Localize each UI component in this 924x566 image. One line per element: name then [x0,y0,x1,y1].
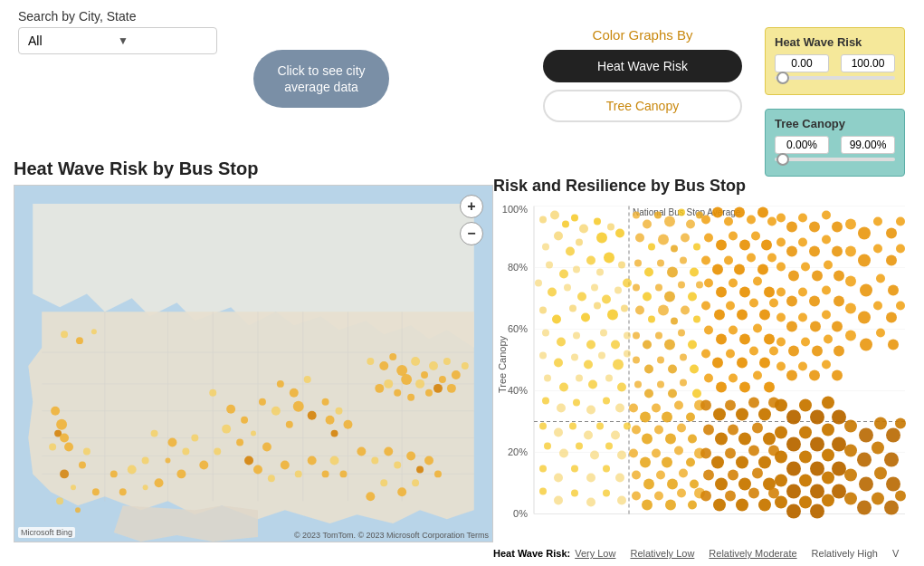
svg-point-305 [729,232,738,241]
svg-point-440 [832,462,846,476]
svg-point-181 [617,383,626,392]
svg-point-355 [703,425,714,436]
zoom-out-button[interactable]: − [460,222,483,245]
svg-point-323 [714,310,725,321]
svg-point-332 [739,334,750,345]
svg-point-100 [271,407,281,416]
svg-point-184 [573,399,580,407]
hw-slider-thumb[interactable] [776,72,789,84]
svg-point-149 [564,284,571,292]
svg-text:Tree Canopy: Tree Canopy [497,335,508,393]
svg-point-436 [786,462,801,476]
tc-slider-track[interactable] [775,158,895,161]
svg-point-407 [798,313,807,322]
svg-point-106 [176,469,186,478]
svg-point-335 [701,350,710,359]
svg-point-350 [725,400,736,411]
svg-point-347 [764,382,775,393]
svg-point-429 [775,427,787,439]
svg-point-249 [678,330,685,337]
svg-point-228 [657,260,664,267]
svg-point-137 [596,233,607,244]
heat-wave-risk-button[interactable]: Heat Wave Risk [543,50,742,82]
svg-point-216 [664,216,675,227]
svg-point-485 [859,477,873,492]
svg-point-325 [737,310,748,321]
svg-text:40%: 40% [508,385,528,396]
svg-point-271 [642,434,653,445]
svg-point-144 [596,269,604,276]
svg-point-94 [330,456,339,465]
svg-point-56 [367,358,374,365]
svg-point-454 [873,217,882,226]
svg-point-311 [724,256,733,265]
svg-point-158 [581,313,590,322]
svg-point-83 [412,479,419,486]
svg-point-409 [822,311,831,320]
svg-point-441 [775,475,787,487]
svg-point-443 [799,475,812,487]
hw-max-input[interactable] [841,54,895,72]
svg-point-270 [632,426,641,435]
svg-point-105 [214,448,221,456]
tc-min-input[interactable] [775,136,829,154]
map-container[interactable]: + − Microsoft Bing © 2023 TomTom. © 2023… [14,185,493,542]
svg-point-327 [759,310,770,321]
svg-point-385 [822,211,831,220]
svg-point-207 [539,488,547,495]
svg-point-234 [655,284,662,292]
svg-point-41 [241,417,248,424]
search-dropdown[interactable]: All ▼ [18,27,217,54]
svg-point-206 [615,474,624,483]
svg-point-52 [326,416,335,425]
svg-point-306 [739,240,750,251]
svg-point-19 [60,469,69,478]
svg-point-437 [799,451,812,464]
hw-min-input[interactable] [775,54,829,72]
svg-point-280 [674,446,683,456]
svg-point-40 [226,405,235,414]
svg-point-337 [726,350,735,359]
scatter-svg: 0% 20% 40% 60% 80% 100% [493,199,914,552]
svg-point-402 [809,296,820,307]
svg-point-268 [686,413,695,422]
svg-point-299 [734,207,745,218]
svg-point-46 [277,380,284,388]
svg-text:0%: 0% [513,508,528,519]
svg-point-469 [886,312,897,323]
svg-point-101 [286,421,293,428]
svg-point-427 [822,397,834,409]
svg-point-406 [786,321,797,332]
tree-canopy-button[interactable]: Tree Canopy [543,90,742,122]
svg-point-39 [209,389,216,397]
svg-point-254 [668,365,677,374]
x-category-v: V [892,548,899,559]
hw-slider-track[interactable] [775,76,895,80]
tc-max-input[interactable] [841,136,895,154]
svg-point-140 [546,262,553,269]
x-category-relatively-low: Relatively Low [630,548,694,559]
svg-point-93 [322,470,329,477]
svg-point-404 [834,296,844,307]
svg-point-18 [79,461,86,468]
svg-point-466 [845,303,856,314]
svg-point-64 [433,384,443,393]
svg-point-333 [753,324,762,333]
svg-point-47 [290,389,299,398]
svg-point-35 [151,430,158,437]
svg-point-262 [692,389,701,398]
tc-slider-thumb[interactable] [776,153,789,166]
svg-point-309 [701,256,710,265]
zoom-in-button[interactable]: + [460,195,483,218]
svg-point-358 [738,433,751,446]
svg-point-359 [752,423,763,434]
city-average-button[interactable]: Click to see city average data [253,50,389,108]
bing-logo: Microsoft Bing [18,527,75,538]
svg-point-163 [557,338,566,347]
svg-point-160 [607,310,618,321]
svg-point-467 [858,312,871,324]
svg-point-42 [222,425,231,434]
svg-point-146 [618,262,625,269]
svg-point-175 [624,350,631,358]
svg-point-204 [586,474,595,483]
